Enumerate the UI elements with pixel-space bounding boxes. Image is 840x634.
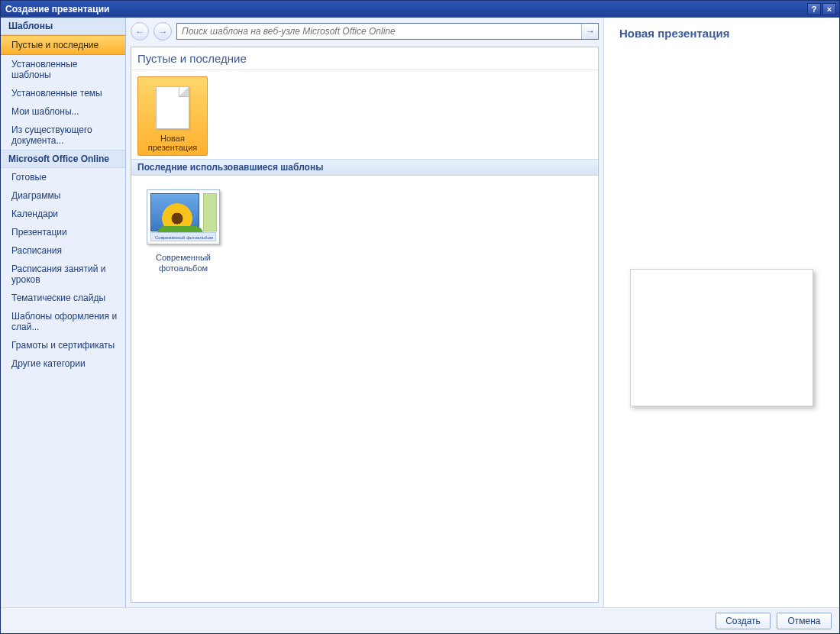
close-button[interactable]: × [822,3,836,15]
template-thumbnail: Современный фотоальбом [147,189,220,244]
sidebar-item-certificates[interactable]: Грамоты и сертификаты [1,336,125,354]
search-input[interactable] [180,25,581,37]
sidebar-item-label: Диаграммы [11,190,60,201]
sidebar-item-label: Другие категории [11,358,86,369]
nav-forward-button[interactable]: → [153,22,172,40]
tile-blank-presentation[interactable]: Новая презентация [137,76,208,156]
sidebar-item-label: Из существующего документа... [11,125,92,146]
sidebar-item-from-existing[interactable]: Из существующего документа... [1,121,125,150]
sidebar-item-label: Презентации [11,227,67,238]
sidebar-item-label: Расписания занятий и уроков [11,264,106,285]
recent-template-item[interactable]: Современный фотоальбом Современный фотоа… [147,189,220,273]
sidebar-item-installed-themes[interactable]: Установленные темы [1,84,125,102]
arrow-left-icon: ← [135,26,145,37]
sidebar-item-featured[interactable]: Готовые [1,168,125,186]
arrow-right-icon: → [586,26,595,37]
sidebar-item-schedules[interactable]: Расписания [1,241,125,260]
client-area: Шаблоны Пустые и последние Установленные… [1,18,839,607]
sidebar-item-blank-recent[interactable]: Пустые и последние [1,35,125,55]
sidebar-item-label: Календари [11,209,58,219]
section-title: Пустые и последние [131,47,598,70]
sidebar-item-label: Тематические слайды [11,293,105,303]
sidebar-item-class-schedules[interactable]: Расписания занятий и уроков [1,260,125,289]
sidebar-item-presentations[interactable]: Презентации [1,223,125,241]
create-button[interactable]: Создать [716,613,771,629]
sidebar-item-label: Шаблоны оформления и слай... [11,311,117,332]
window-title: Создание презентации [5,4,807,15]
main-column: ← → → Пустые и последние Новая презентац… [126,18,604,607]
search-box: → [176,23,599,40]
cancel-button[interactable]: Отмена [777,613,832,629]
sunflower-icon [162,203,192,234]
recent-templates-heading: Последние использовавшиеся шаблоны [131,159,598,176]
sidebar-item-label: Мои шаблоны... [11,106,79,117]
sidebar-item-other-categories[interactable]: Другие категории [1,354,125,373]
sidebar-item-label: Установленные темы [11,88,102,99]
tile-row: Новая презентация [131,70,598,159]
sidebar-item-my-templates[interactable]: Мои шаблоны... [1,102,125,121]
recent-area: Современный фотоальбом Современный фотоа… [131,176,598,287]
sidebar-item-label: Грамоты и сертификаты [11,340,115,351]
sidebar-heading-online: Microsoft Office Online [1,150,125,168]
tile-label: Новая презентация [148,134,198,152]
thumbnail-bg [150,193,199,231]
help-button[interactable]: ? [807,3,821,15]
help-icon: ? [812,5,817,14]
sidebar-heading-templates: Шаблоны [1,18,125,35]
thumbnail-accent [203,193,217,231]
sidebar-item-calendars[interactable]: Календари [1,205,125,223]
arrow-right-icon: → [158,26,168,37]
nav-back-button[interactable]: ← [131,22,149,40]
recent-template-label: Современный фотоальбом [147,252,220,273]
recent-label-line2: фотоальбом [159,264,208,273]
sidebar-item-label: Пустые и последние [11,40,99,50]
sidebar-item-thematic-slides[interactable]: Тематические слайды [1,289,125,307]
document-icon [156,86,189,129]
sidebar-item-design-templates[interactable]: Шаблоны оформления и слай... [1,307,125,336]
close-icon: × [827,5,832,14]
recent-label-line1: Современный [156,253,211,262]
slide-preview [630,269,813,406]
topbar: ← → → [131,22,599,44]
search-go-button[interactable]: → [581,24,598,39]
sidebar-item-diagrams[interactable]: Диаграммы [1,186,125,205]
thumbnail-caption-bar: Современный фотоальбом [150,232,216,241]
preview-title: Новая презентация [619,27,824,40]
dialog-window: Создание презентации ? × Шаблоны Пустые … [0,0,840,634]
footer: Создать Отмена [1,607,839,633]
sidebar-item-label: Расписания [11,245,62,256]
sidebar-item-installed-templates[interactable]: Установленные шаблоны [1,55,125,84]
titlebar-buttons: ? × [807,3,836,15]
content-panel: Пустые и последние Новая презентация Пос… [131,47,599,603]
sidebar: Шаблоны Пустые и последние Установленные… [1,18,126,607]
sidebar-item-label: Готовые [11,172,47,183]
tile-label-line1: Новая [160,134,185,143]
preview-column: Новая презентация [604,18,839,607]
sidebar-item-label: Установленные шаблоны [11,59,77,80]
tile-label-line2: презентация [148,143,198,152]
title-bar: Создание презентации ? × [1,1,839,18]
